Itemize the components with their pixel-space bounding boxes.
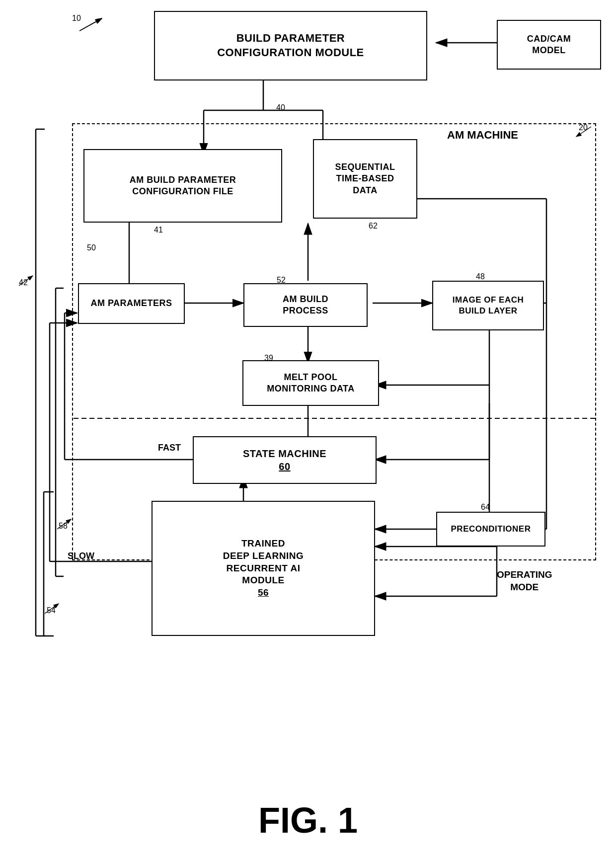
trained-deep-box: TRAINED DEEP LEARNING RECURRENT AI MODUL… [152, 501, 375, 636]
image-build-layer-box: IMAGE OF EACH BUILD LAYER [432, 281, 544, 330]
am-parameters-box: AM PARAMETERS [78, 283, 185, 324]
fig-label: FIG. 1 [209, 800, 407, 841]
ref-48: 48 [476, 272, 485, 281]
ref-52: 52 [277, 276, 286, 285]
svg-line-53 [19, 276, 33, 286]
svg-line-50 [576, 127, 591, 137]
ref-50: 50 [87, 243, 96, 252]
ref-62: 62 [369, 222, 378, 231]
ref-64: 64 [481, 503, 490, 512]
sequential-data-box: SEQUENTIAL TIME-BASED DATA [313, 139, 417, 219]
ref-41: 41 [154, 226, 163, 235]
preconditioner-box: PRECONDITIONER [436, 512, 545, 547]
ref-39: 39 [264, 354, 273, 363]
svg-line-55 [57, 519, 71, 529]
slow-label: SLOW [68, 550, 94, 562]
operating-mode-label: OPERATING MODE [497, 569, 552, 593]
diagram: 10 BUILD PARAMETER CONFIGURATION MODULE … [0, 0, 616, 861]
am-build-param-file-box: AM BUILD PARAMETER CONFIGURATION FILE [83, 149, 282, 223]
cad-cam-box: CAD/CAM MODEL [497, 20, 601, 70]
build-param-config-box: BUILD PARAMETER CONFIGURATION MODULE [154, 11, 427, 80]
am-machine-label: AM MACHINE [447, 128, 518, 143]
svg-line-57 [45, 604, 59, 614]
am-build-process-box: AM BUILD PROCESS [243, 283, 368, 327]
fast-label: FAST [158, 442, 181, 454]
svg-line-48 [79, 18, 102, 31]
ref-40: 40 [276, 103, 285, 112]
ref-10-arrow [79, 16, 109, 36]
melt-pool-box: MELT POOL MONITORING DATA [242, 360, 379, 406]
state-machine-box: STATE MACHINE 60 [193, 436, 377, 484]
